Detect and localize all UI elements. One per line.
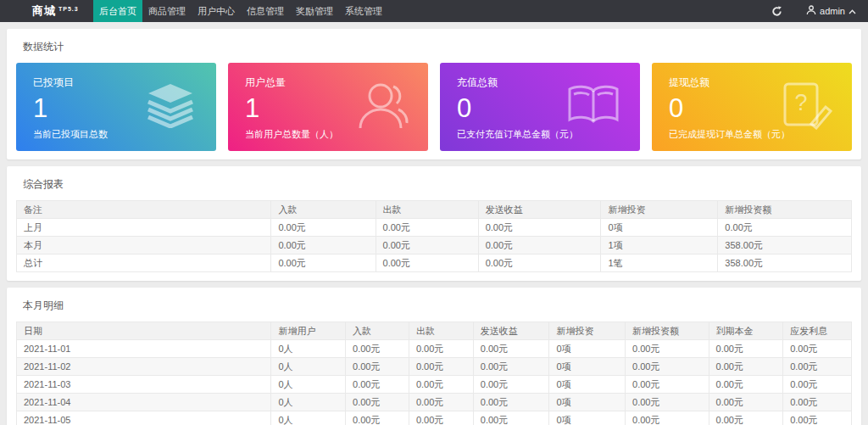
table-cell: 0.00元 [478, 219, 601, 237]
column-header: 新增用户 [271, 322, 346, 340]
stat-card-recharge-total: 充值总额 0 已支付充值订单总金额（元） [440, 63, 640, 151]
column-header: 日期 [17, 322, 271, 340]
table-row: 2021-11-050人0.00元0.00元0.00元0项0.00元0.00元0… [17, 411, 852, 425]
table-cell: 0.00元 [346, 394, 409, 411]
table-cell: 总计 [17, 254, 271, 272]
column-header: 发送收益 [478, 201, 601, 219]
table-cell: 0人 [271, 376, 346, 394]
table-cell: 上月 [17, 219, 271, 237]
column-header: 新增投资额 [626, 322, 709, 340]
table-row: 本月0.00元0.00元0.00元1项358.00元 [17, 237, 852, 254]
table-cell: 0.00元 [409, 340, 473, 358]
table-cell: 0项 [549, 376, 626, 394]
brand-logo[interactable]: 商城 TP5.3 [32, 0, 93, 22]
stat-card-invested-projects: 已投项目 1 当前已投项目总数 [16, 63, 216, 151]
table-cell: 0.00元 [709, 394, 783, 411]
table-cell: 0人 [271, 340, 346, 358]
menu-item-home[interactable]: 后台首页 [93, 0, 142, 22]
top-navbar: 商城 TP5.3 后台首页 商品管理 用户中心 信息管理 奖励管理 系统管理 a… [0, 0, 868, 22]
column-header: 新增投资 [549, 322, 626, 340]
column-header: 出款 [409, 322, 473, 340]
detail-table: 日期新增用户入款出款发送收益新增投资新增投资额到期本金应发利息 2021-11-… [16, 322, 852, 425]
table-cell: 0项 [549, 358, 626, 376]
column-header: 到期本金 [709, 322, 783, 340]
table-cell: 0.00元 [346, 376, 409, 394]
column-header: 备注 [17, 201, 271, 219]
table-row: 2021-11-010人0.00元0.00元0.00元0项0.00元0.00元0… [17, 340, 852, 358]
table-cell: 0.00元 [473, 376, 549, 394]
table-cell: 0.00元 [783, 376, 852, 394]
table-cell: 0.00元 [346, 411, 409, 425]
table-cell: 0.00元 [783, 340, 852, 358]
column-header: 新增投资额 [718, 201, 852, 219]
layers-icon [143, 82, 198, 131]
column-header: 发送收益 [473, 322, 549, 340]
table-cell: 0.00元 [783, 411, 852, 425]
table-cell: 0.00元 [346, 340, 409, 358]
table-cell: 0.00元 [478, 254, 601, 272]
stat-card-withdraw-total: 提现总额 0 已完成提现订单总金额（元） ? [652, 63, 852, 151]
report-table: 备注入款出款发送收益新增投资新增投资额 上月0.00元0.00元0.00元0项0… [16, 200, 852, 272]
column-header: 入款 [346, 322, 409, 340]
menu-item-system[interactable]: 系统管理 [339, 0, 388, 22]
table-cell: 0.00元 [783, 358, 852, 376]
table-cell: 0项 [601, 219, 718, 237]
doc-question-icon: ? [781, 81, 833, 133]
table-cell: 1项 [601, 237, 718, 254]
table-cell: 0.00元 [473, 340, 549, 358]
table-cell: 0.00元 [718, 219, 852, 237]
table-cell: 0.00元 [409, 358, 473, 376]
brand-version: TP5.3 [58, 6, 79, 12]
table-cell: 0.00元 [376, 219, 478, 237]
table-cell: 0.00元 [709, 358, 783, 376]
table-cell: 358.00元 [718, 254, 852, 272]
user-icon [806, 5, 816, 17]
table-cell: 0.00元 [271, 254, 376, 272]
table-cell: 0.00元 [709, 340, 783, 358]
menu-item-rewards[interactable]: 奖励管理 [290, 0, 339, 22]
table-cell: 2021-11-05 [17, 411, 271, 425]
table-cell: 0.00元 [626, 376, 709, 394]
table-cell: 0.00元 [409, 411, 473, 425]
table-cell: 0.00元 [473, 358, 549, 376]
menu-item-goods[interactable]: 商品管理 [142, 0, 192, 22]
table-cell: 2021-11-03 [17, 376, 271, 394]
refresh-icon[interactable] [768, 6, 786, 17]
table-cell: 0.00元 [271, 237, 376, 254]
table-cell: 0.00元 [346, 358, 409, 376]
table-cell: 0.00元 [478, 237, 601, 254]
table-cell: 358.00元 [718, 237, 852, 254]
book-icon [565, 83, 621, 131]
main-menu: 后台首页 商品管理 用户中心 信息管理 奖励管理 系统管理 [93, 0, 388, 22]
table-row: 上月0.00元0.00元0.00元0项0.00元 [17, 219, 852, 237]
username-label: admin [820, 6, 845, 16]
column-header: 出款 [376, 201, 478, 219]
table-cell: 0.00元 [626, 340, 709, 358]
user-menu[interactable]: admin [806, 5, 856, 17]
detail-panel: 本月明细 日期新增用户入款出款发送收益新增投资新增投资额到期本金应发利息 202… [7, 288, 861, 425]
menu-item-users[interactable]: 用户中心 [192, 0, 241, 22]
navbar-right: admin [768, 0, 856, 22]
column-header: 入款 [271, 201, 376, 219]
menu-item-info[interactable]: 信息管理 [241, 0, 290, 22]
stat-card-total-users: 用户总量 1 当前用户总数量（人） [228, 63, 428, 151]
table-cell: 0.00元 [473, 394, 549, 411]
table-header-row: 备注入款出款发送收益新增投资新增投资额 [17, 201, 852, 219]
report-panel-title: 综合报表 [16, 175, 852, 200]
stat-cards: 已投项目 1 当前已投项目总数 用户总量 1 当前用户总数量（人） [16, 63, 852, 151]
table-cell: 0.00元 [626, 394, 709, 411]
table-cell: 0项 [549, 394, 626, 411]
column-header: 新增投资 [601, 201, 718, 219]
table-cell: 0.00元 [626, 358, 709, 376]
table-cell: 2021-11-04 [17, 394, 271, 411]
table-row: 总计0.00元0.00元0.00元1笔358.00元 [17, 254, 852, 272]
table-cell: 0.00元 [271, 219, 376, 237]
table-row: 2021-11-020人0.00元0.00元0.00元0项0.00元0.00元0… [17, 358, 852, 376]
brand-name: 商城 [32, 3, 56, 19]
table-cell: 0人 [271, 358, 346, 376]
table-cell: 0.00元 [409, 376, 473, 394]
table-cell: 0.00元 [626, 411, 709, 425]
table-cell: 2021-11-02 [17, 358, 271, 376]
table-cell: 0项 [549, 411, 626, 425]
chevron-up-icon [849, 6, 856, 16]
